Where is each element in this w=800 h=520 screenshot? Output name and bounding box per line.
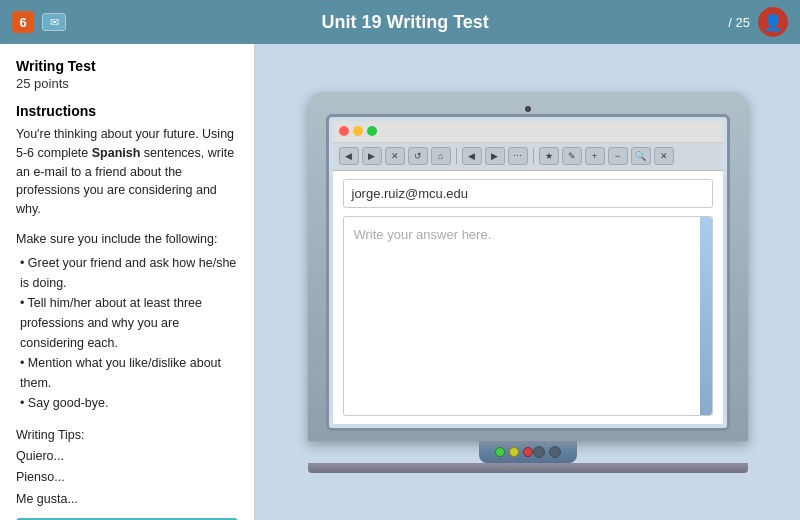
power-light (495, 447, 505, 457)
minimize-button-icon[interactable] (353, 126, 363, 136)
refresh-button[interactable]: ↺ (408, 147, 428, 165)
forward-button[interactable]: ▶ (362, 147, 382, 165)
main-content: Writing Test 25 points Instructions You'… (0, 44, 800, 520)
page-indicator: / 25 (728, 15, 750, 30)
tip-2: Pienso... (16, 467, 238, 488)
laptop-screen-frame: ◀ ▶ ✕ ↺ ⌂ ◀ ▶ ⋯ ★ ✎ + (308, 92, 748, 441)
laptop-stand (308, 463, 748, 473)
laptop-container: ◀ ▶ ✕ ↺ ⌂ ◀ ▶ ⋯ ★ ✎ + (308, 92, 748, 473)
instructions-bold: Spanish (92, 146, 141, 160)
checklist-item-1: • Greet your friend and ask how he/she i… (16, 253, 238, 293)
email-area: jorge.ruiz@mcu.edu Write your answer her… (333, 171, 723, 424)
instructions-title: Instructions (16, 103, 238, 119)
unit-badge: 6 (12, 11, 34, 33)
toolbar-separator (456, 148, 457, 164)
edit-button[interactable]: ✎ (562, 147, 582, 165)
back-button[interactable]: ◀ (339, 147, 359, 165)
writing-tips: Writing Tips: Quiero... Pienso... Me gus… (16, 425, 238, 510)
home-button[interactable]: ⌂ (431, 147, 451, 165)
zoom-in-button[interactable]: + (585, 147, 605, 165)
zoom-out-button[interactable]: − (608, 147, 628, 165)
checklist: Make sure you include the following: • G… (16, 229, 238, 413)
forward2-button[interactable]: ▶ (485, 147, 505, 165)
writing-test-title: Writing Test (16, 58, 238, 74)
browser-titlebar (333, 121, 723, 143)
laptop-base (479, 441, 577, 463)
scrollbar[interactable] (700, 217, 712, 415)
laptop-camera (525, 106, 531, 112)
header-right: / 25 👤 (728, 7, 788, 37)
header: 6 ✉ Unit 19 Writing Test / 25 👤 (0, 0, 800, 44)
email-body-placeholder: Write your answer here. (354, 227, 492, 242)
speaker-2 (549, 446, 561, 458)
browser-toolbar: ◀ ▶ ✕ ↺ ⌂ ◀ ▶ ⋯ ★ ✎ + (333, 143, 723, 171)
tip-1: Quiero... (16, 446, 238, 467)
laptop-screen: ◀ ▶ ✕ ↺ ⌂ ◀ ▶ ⋯ ★ ✎ + (326, 114, 730, 431)
warning-light (523, 447, 533, 457)
email-icon: ✉ (42, 13, 66, 31)
tip-3: Me gusta... (16, 489, 238, 510)
instructions-body: You're thinking about your future. Using… (16, 125, 238, 219)
email-body[interactable]: Write your answer here. (343, 216, 713, 416)
activity-light (509, 447, 519, 457)
search-toolbar-button[interactable]: 🔍 (631, 147, 651, 165)
back2-button[interactable]: ◀ (462, 147, 482, 165)
tips-title: Writing Tips: (16, 425, 238, 446)
checklist-item-3: • Mention what you like/dislike about th… (16, 353, 238, 393)
profile-avatar[interactable]: 👤 (758, 7, 788, 37)
screen-inner: ◀ ▶ ✕ ↺ ⌂ ◀ ▶ ⋯ ★ ✎ + (333, 121, 723, 424)
points-label: 25 points (16, 76, 238, 91)
checklist-item-4: • Say good-bye. (16, 393, 238, 413)
maximize-button-icon[interactable] (367, 126, 377, 136)
more-button[interactable]: ⋯ (508, 147, 528, 165)
speaker-1 (533, 446, 545, 458)
close-button-icon[interactable] (339, 126, 349, 136)
close-toolbar-button[interactable]: ✕ (654, 147, 674, 165)
right-panel: ◀ ▶ ✕ ↺ ⌂ ◀ ▶ ⋯ ★ ✎ + (255, 44, 800, 520)
page-title: Unit 19 Writing Test (82, 12, 728, 33)
email-to-field[interactable]: jorge.ruiz@mcu.edu (343, 179, 713, 208)
checklist-intro: Make sure you include the following: (16, 229, 238, 249)
stop-button[interactable]: ✕ (385, 147, 405, 165)
base-lights (495, 447, 533, 457)
checklist-item-2: • Tell him/her about at least three prof… (16, 293, 238, 353)
star-button[interactable]: ★ (539, 147, 559, 165)
left-panel: Writing Test 25 points Instructions You'… (0, 44, 255, 520)
toolbar-separator-2 (533, 148, 534, 164)
speakers (533, 446, 561, 458)
